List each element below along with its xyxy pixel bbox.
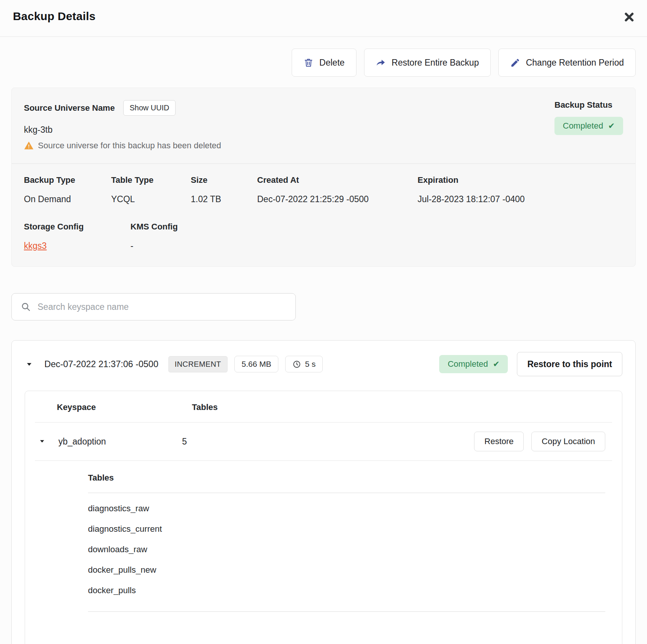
- keyspace-table-count: 5: [182, 437, 187, 447]
- change-retention-period-label: Change Retention Period: [526, 58, 624, 68]
- warning-icon: [24, 141, 34, 151]
- field-size: Size 1.02 TB: [191, 175, 257, 204]
- tables-list: diagnostics_raw diagnostics_current down…: [88, 493, 605, 595]
- backup-summary-panel: Source Universe Name Show UUID kkg-3tb S…: [11, 88, 636, 267]
- tables-column-header: Tables: [192, 402, 218, 412]
- keyspace-search: [11, 293, 296, 320]
- storage-config-link[interactable]: kkgs3: [24, 241, 47, 251]
- table-name: docker_pulls_new: [88, 554, 605, 575]
- field-storage-config: Storage Config kkgs3: [24, 222, 130, 251]
- increment-type-badge: INCREMENT: [168, 356, 228, 372]
- delete-button[interactable]: Delete: [292, 49, 356, 77]
- search-icon: [21, 302, 31, 312]
- keyspace-table: Keyspace Tables yb_adoption 5 Restore Co…: [25, 391, 622, 644]
- restore-entire-backup-label: Restore Entire Backup: [392, 58, 479, 68]
- change-retention-period-button[interactable]: Change Retention Period: [498, 49, 636, 77]
- expanded-tables-header: Tables: [88, 473, 605, 483]
- close-icon[interactable]: [623, 11, 636, 24]
- search-input[interactable]: [37, 302, 286, 313]
- field-table-type: Table Type YCQL: [111, 175, 191, 204]
- keyspace-column-header: Keyspace: [25, 402, 192, 412]
- field-expiration: Expiration Jul-28-2023 18:12:07 -0400: [418, 175, 623, 204]
- show-uuid-button[interactable]: Show UUID: [123, 100, 176, 116]
- modal-body: Delete Restore Entire Backup Change Rete…: [0, 49, 647, 644]
- keyspace-row: yb_adoption 5 Restore Copy Location: [25, 423, 622, 460]
- page-title: Backup Details: [13, 10, 96, 23]
- source-universe-section: Source Universe Name Show UUID kkg-3tb S…: [12, 88, 635, 164]
- increment-timestamp: Dec-07-2022 21:37:06 -0500: [44, 359, 159, 369]
- backup-details-grid: Backup Type On Demand Table Type YCQL Si…: [12, 164, 635, 266]
- increment-duration-chip: 5 s: [285, 356, 323, 372]
- field-kms-config: KMS Config -: [130, 222, 623, 251]
- trash-icon: [303, 58, 314, 68]
- pencil-icon: [510, 58, 520, 68]
- keyspace-caret-icon[interactable]: [38, 437, 47, 446]
- table-name: diagnostics_current: [88, 514, 605, 534]
- table-name: downloads_raw: [88, 534, 605, 554]
- universe-deleted-warning: Source universe for this backup has been…: [38, 141, 221, 151]
- keyspace-table-header: Keyspace Tables: [25, 391, 622, 422]
- restore-to-this-point-button[interactable]: Restore to this point: [517, 352, 622, 376]
- collapse-caret-icon[interactable]: [25, 360, 34, 369]
- restore-keyspace-button[interactable]: Restore: [474, 432, 524, 451]
- backup-status-label: Backup Status: [554, 100, 612, 110]
- increment-status-text: Completed: [448, 359, 488, 369]
- keyspace-name: yb_adoption: [58, 437, 182, 447]
- restore-arrow-icon: [376, 58, 386, 68]
- increment-header-row: Dec-07-2022 21:37:06 -0500 INCREMENT 5.6…: [12, 341, 635, 385]
- clock-icon: [292, 360, 301, 369]
- universe-name: kkg-3tb: [24, 125, 623, 135]
- field-created-at: Created At Dec-07-2022 21:25:29 -0500: [257, 175, 418, 204]
- expanded-tables-section: Tables diagnostics_raw diagnostics_curre…: [25, 461, 622, 612]
- increment-status-badge: Completed ✔: [439, 355, 508, 373]
- restore-entire-backup-button[interactable]: Restore Entire Backup: [364, 49, 491, 77]
- increment-size-chip: 5.66 MB: [234, 356, 278, 372]
- copy-location-button[interactable]: Copy Location: [531, 432, 605, 451]
- source-universe-label: Source Universe Name: [24, 103, 115, 113]
- check-icon: ✔: [493, 360, 500, 369]
- table-name: diagnostics_raw: [88, 493, 605, 514]
- delete-button-label: Delete: [319, 58, 344, 68]
- increment-backup-card: Dec-07-2022 21:37:06 -0500 INCREMENT 5.6…: [11, 340, 636, 644]
- table-name: docker_pulls: [88, 575, 605, 595]
- action-buttons-row: Delete Restore Entire Backup Change Rete…: [11, 49, 636, 77]
- field-backup-type: Backup Type On Demand: [24, 175, 111, 204]
- backup-status-badge: Completed ✔: [554, 117, 623, 135]
- check-icon: ✔: [608, 121, 615, 130]
- backup-status-text: Completed: [563, 121, 603, 131]
- modal-header: Backup Details: [0, 0, 647, 37]
